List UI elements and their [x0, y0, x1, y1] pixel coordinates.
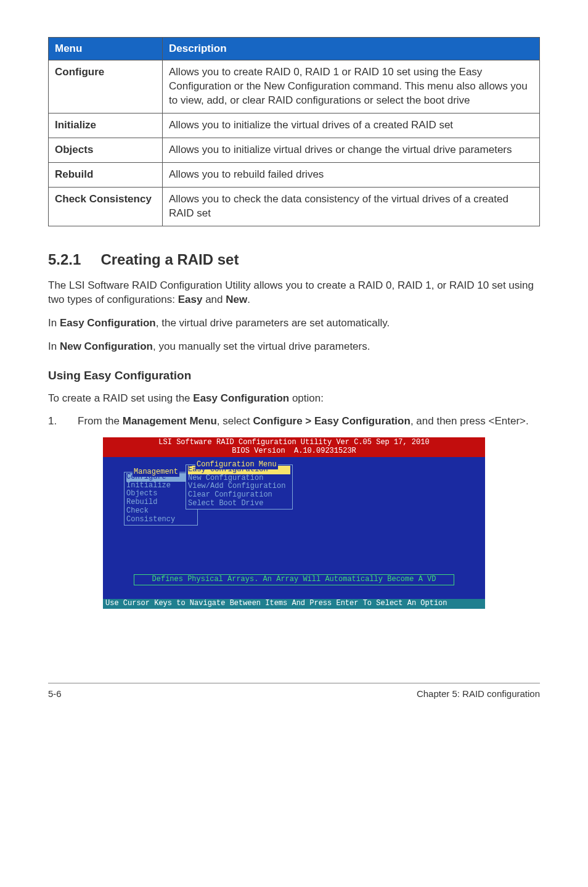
intro-paragraph-1: The LSI Software RAID Configuration Util…: [48, 278, 540, 308]
menu-cell: Rebuild: [49, 162, 163, 187]
bios-message-box: Defines Physical Arrays. An Array Will A…: [134, 574, 454, 585]
bios-management-title: Management: [133, 468, 179, 477]
desc-cell: Allows you to create RAID 0, RAID 1 or R…: [163, 60, 540, 113]
menu-cell: Check Consistency: [49, 187, 163, 226]
bios-screenshot: LSI Software RAID Configuration Utility …: [103, 437, 485, 608]
step-number: 1.: [48, 414, 78, 429]
table-header-description: Description: [163, 38, 540, 60]
step-intro: To create a RAID set using the Easy Conf…: [48, 391, 540, 406]
menu-cell: Objects: [49, 138, 163, 162]
table-row: Configure Allows you to create RAID 0, R…: [49, 60, 540, 113]
subheading: Using Easy Configuration: [48, 369, 540, 382]
desc-cell: Allows you to rebuild failed drives: [163, 162, 540, 187]
section-heading: 5.2.1Creating a RAID set: [48, 251, 540, 268]
bios-header: LSI Software RAID Configuration Utility …: [103, 437, 485, 457]
bios-menu-item-check-consistency: Check Consistency: [126, 507, 195, 524]
bios-conf-item-bootdrive: Select Boot Drive: [188, 500, 290, 508]
bios-configuration-menu: Easy Configuration New Configuration Vie…: [186, 464, 293, 510]
bios-conf-item-viewadd: View/Add Configuration: [188, 482, 290, 491]
menu-cell: Configure: [49, 60, 163, 113]
step-list: 1.From the Management Menu, select Confi…: [48, 414, 540, 429]
bios-conf-item-clear: Clear Configuration: [188, 491, 290, 500]
intro-paragraph-2: In Easy Configuration, the virtual drive…: [48, 316, 540, 331]
table-header-menu: Menu: [49, 38, 163, 60]
menu-cell: Initialize: [49, 113, 163, 138]
table-row: Initialize Allows you to initialize the …: [49, 113, 540, 138]
menu-description-table: Menu Description Configure Allows you to…: [48, 37, 540, 226]
desc-cell: Allows you to initialize virtual drives …: [163, 138, 540, 162]
bios-footer: Use Cursor Keys to Navigate Between Item…: [103, 599, 485, 609]
section-title: Creating a RAID set: [100, 251, 239, 268]
table-row: Rebuild Allows you to rebuild failed dri…: [49, 162, 540, 187]
table-row: Check Consistency Allows you to check th…: [49, 187, 540, 226]
intro-paragraph-3: In New Configuration, you manually set t…: [48, 339, 540, 354]
table-row: Objects Allows you to initialize virtual…: [49, 138, 540, 162]
section-number: 5.2.1: [48, 251, 81, 268]
bios-conf-item-new: New Configuration: [188, 474, 290, 483]
chapter-label: Chapter 5: RAID configuration: [417, 688, 540, 699]
bios-configuration-title: Configuration Menu: [195, 461, 278, 469]
bios-body: Management Configure Initialize Objects …: [103, 457, 485, 599]
page-footer: 5-6 Chapter 5: RAID configuration: [48, 683, 540, 699]
step-1: 1.From the Management Menu, select Confi…: [48, 414, 540, 429]
desc-cell: Allows you to initialize the virtual dri…: [163, 113, 540, 138]
page-number: 5-6: [48, 688, 62, 699]
desc-cell: Allows you to check the data consistency…: [163, 187, 540, 226]
